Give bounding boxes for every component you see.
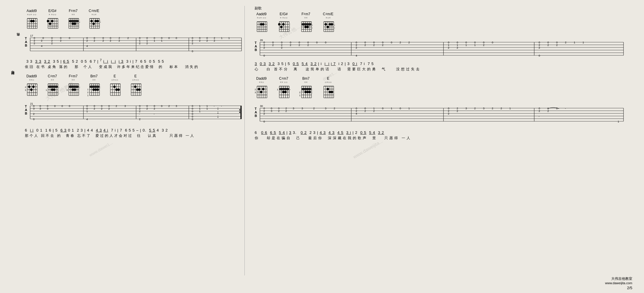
svg-text:2: 2 [457, 46, 458, 49]
guitar-label: 吉他 [16, 38, 20, 39]
chord-name: Dadd9 [256, 76, 266, 81]
chord-name: F♯m7 [69, 74, 78, 78]
svg-text:2: 2 [278, 110, 280, 113]
svg-text:3: 3 [33, 107, 35, 110]
chord-bm7-right: Bm7 ×× 1 [299, 76, 313, 100]
svg-text:1: 1 [290, 23, 290, 26]
svg-text:2: 2 [474, 107, 476, 110]
svg-text:-: - [221, 105, 222, 108]
chord-bm7-left: Bm7 ×× 1 [87, 74, 101, 98]
svg-text:3: 3 [66, 89, 68, 91]
svg-point-452 [284, 91, 287, 93]
chord-row-right-2: Dadd9 ××○ 2 [255, 76, 632, 100]
chord-dadd9-right: Dadd9 ××○ 2 [255, 76, 268, 100]
svg-text:2: 2 [94, 107, 95, 110]
chord-markers: × ×○○ [280, 16, 287, 19]
svg-point-485 [327, 88, 329, 90]
chord-name: E [114, 74, 116, 78]
svg-text:1: 1 [206, 107, 208, 110]
svg-text:0: 0 [61, 105, 63, 108]
svg-text:2: 2 [457, 110, 458, 113]
svg-text:0: 0 [391, 41, 392, 44]
chord-eg#-right: E/G# × ×○○ 1 [277, 12, 290, 34]
svg-text:2: 2 [94, 39, 95, 42]
side-label-zhusenglv: 主旋律 [10, 67, 15, 69]
notation-line-2: 6 i i 0 1 1 6 | 5 6 3 0 1 2 3 | 4 4 4 3 … [25, 128, 243, 132]
svg-text:B: B [255, 114, 257, 117]
svg-text:2: 2 [263, 46, 265, 49]
svg-point-199 [113, 86, 116, 88]
svg-point-55 [95, 20, 97, 22]
chord-f#m7-left-2: F♯m7 ×× 2 [66, 74, 80, 98]
svg-point-434 [258, 88, 260, 90]
svg-point-201 [117, 88, 120, 91]
chord-name: C♯m7 [48, 74, 57, 78]
svg-point-149 [51, 88, 53, 91]
svg-point-213 [134, 86, 136, 88]
svg-text:1: 1 [46, 89, 47, 91]
chord-grid-svg [255, 19, 268, 34]
svg-point-24 [47, 20, 49, 22]
svg-text:2: 2 [34, 42, 35, 45]
svg-text:1: 1 [277, 88, 278, 91]
svg-text:3: 3 [40, 107, 41, 110]
svg-text:3: 3 [334, 27, 335, 29]
lyrics-line-1: 依旧 在书 桌角 落的 那 个人 变成我 许多年来纪念爱情 的 标本 消失的 [25, 64, 243, 69]
svg-text:17: 17 [30, 34, 33, 37]
chord-name: F♯m7 [302, 12, 310, 16]
svg-text:2: 2 [41, 39, 42, 42]
chord-c#m7-left: C♯m7 ×× 4 [46, 74, 59, 98]
chord-name: C♯m/E [323, 12, 333, 16]
tab-svg-1: T A B 17 0 0 [25, 33, 243, 56]
chord-name: E [327, 76, 329, 81]
svg-text:2: 2 [199, 39, 201, 42]
svg-point-133 [30, 88, 32, 91]
svg-text:2: 2 [299, 44, 300, 47]
svg-point-53 [90, 20, 93, 22]
chord-grid-svg [129, 81, 142, 98]
svg-text:0: 0 [176, 37, 177, 40]
chord-name: F♯m7 [69, 9, 78, 13]
svg-text:2: 2 [60, 39, 61, 42]
svg-text:-: - [565, 107, 566, 110]
svg-text:1: 1 [87, 88, 89, 91]
svg-text:2: 2 [483, 44, 484, 47]
svg-point-39 [72, 23, 74, 25]
svg-text:2: 2 [272, 44, 274, 47]
chord-markers: ×× [51, 78, 54, 81]
chord-markers: ×○× [91, 13, 96, 16]
svg-text:4: 4 [356, 112, 357, 115]
svg-text:0: 0 [168, 37, 170, 40]
tab-staff-1: 吉他 T A B 17 [25, 33, 243, 57]
svg-text:1: 1 [465, 44, 467, 47]
svg-text:0: 0 [33, 118, 35, 121]
svg-text:T: T [25, 105, 27, 108]
svg-text:2: 2 [448, 112, 449, 115]
svg-text:4: 4 [86, 118, 88, 121]
svg-text:2: 2 [299, 91, 301, 94]
svg-text:3: 3 [25, 89, 26, 91]
svg-text:1: 1 [618, 120, 619, 123]
svg-text:2: 2 [86, 39, 88, 42]
svg-text:2: 2 [492, 107, 493, 110]
notation-line-right-1: 3 0 3 3 2 3 5 | 5 0 5 5 4 3 2 | i i i i … [255, 62, 632, 66]
tab-svg-right-1: T A B 26 0 0 0 [255, 36, 626, 59]
svg-rect-450 [279, 88, 289, 90]
chord-grid-svg [46, 16, 59, 31]
chord-markers: ×× [304, 16, 307, 19]
svg-point-166 [74, 88, 76, 91]
chord-eg#-left: E/G# × ×○○ [46, 9, 59, 31]
svg-point-12 [32, 20, 35, 22]
svg-text:2: 2 [79, 86, 80, 88]
svg-text:1: 1 [199, 110, 201, 113]
svg-point-334 [306, 26, 309, 28]
svg-text:2: 2 [312, 24, 313, 26]
svg-text:2: 2 [51, 42, 53, 45]
svg-text:2: 2 [214, 39, 215, 42]
svg-point-165 [72, 88, 74, 91]
chord-markers: ×× [71, 13, 75, 16]
svg-text:2: 2 [364, 110, 366, 113]
chord-grid-svg [25, 16, 38, 31]
chord-grid-svg: 2 3 [66, 81, 80, 98]
svg-text:2: 2 [547, 110, 549, 113]
